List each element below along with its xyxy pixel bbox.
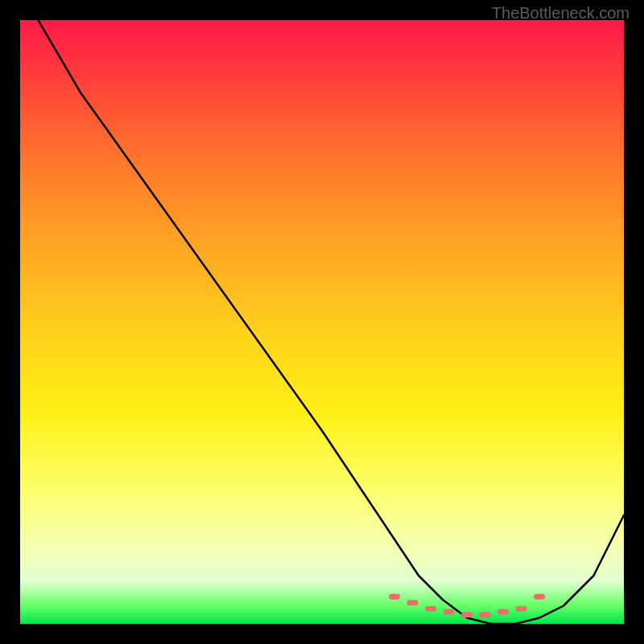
svg-rect-3 bbox=[444, 609, 455, 615]
svg-rect-0 bbox=[389, 594, 400, 600]
watermark-text: TheBottleneck.com bbox=[492, 4, 630, 23]
chart-container: TheBottleneck.com bbox=[0, 0, 644, 644]
svg-rect-5 bbox=[480, 612, 491, 617]
plot-area bbox=[20, 20, 624, 624]
svg-rect-6 bbox=[497, 609, 509, 615]
curve-line bbox=[39, 20, 625, 624]
svg-rect-4 bbox=[461, 612, 473, 617]
svg-rect-7 bbox=[516, 606, 527, 612]
chart-svg bbox=[20, 20, 624, 624]
svg-rect-1 bbox=[407, 600, 419, 605]
marker-dots bbox=[389, 594, 545, 618]
svg-rect-2 bbox=[425, 606, 436, 612]
svg-rect-8 bbox=[534, 594, 545, 600]
